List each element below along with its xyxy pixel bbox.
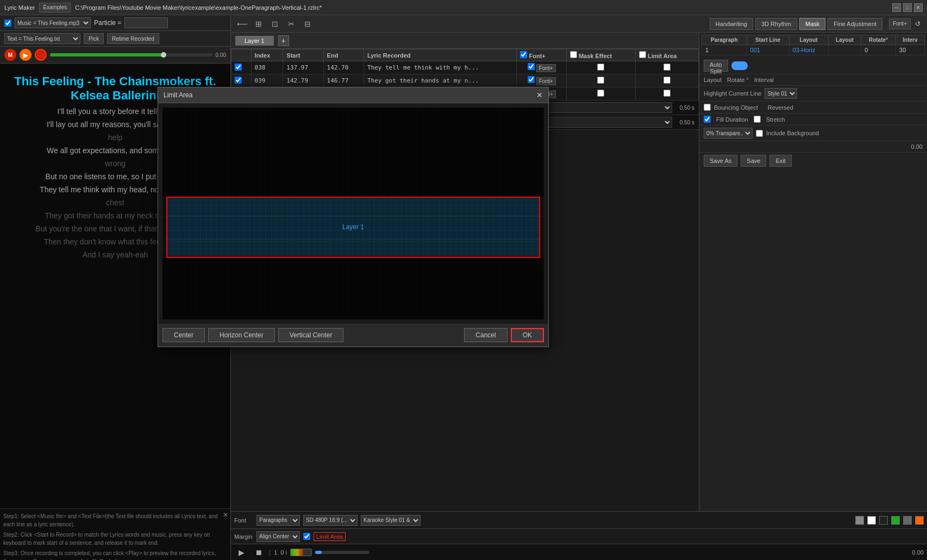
text-file-row: Text = This Feeling.txt Pick Retime Reco…	[0, 31, 230, 47]
row1-check[interactable]	[235, 77, 242, 84]
music-select[interactable]: Music = This Feeling.mp3	[15, 17, 91, 28]
position-bar[interactable]	[315, 551, 369, 554]
fill-check[interactable]	[704, 116, 711, 123]
save-as-btn[interactable]: Save As	[704, 155, 737, 167]
center-btn[interactable]: Center	[162, 328, 205, 342]
stretch-label: Stretch	[766, 116, 785, 123]
color-dark[interactable]	[879, 516, 888, 525]
save-btn[interactable]: Save	[741, 155, 766, 167]
bg-check[interactable]	[756, 130, 763, 137]
paragraph-row[interactable]: 1 001 03-Horiz 0 30	[702, 45, 925, 55]
row0-mask[interactable]	[597, 64, 604, 71]
color-green[interactable]	[891, 516, 900, 525]
transport-play[interactable]: ▶	[234, 545, 248, 559]
toggle-indicator[interactable]	[731, 61, 748, 70]
row1-mask[interactable]	[597, 77, 604, 84]
row0-limit[interactable]	[663, 64, 671, 71]
mask-header-check[interactable]	[570, 51, 577, 58]
row0-end: 142.70	[323, 61, 364, 74]
col-end: End	[323, 49, 364, 61]
row0-font[interactable]	[528, 63, 535, 70]
rhythm3d-btn[interactable]: 3D Rhythm	[755, 18, 797, 30]
cancel-btn[interactable]: Cancel	[464, 328, 507, 342]
row1-limit[interactable]	[663, 77, 671, 84]
undo-btn[interactable]: ↺	[913, 19, 923, 29]
row0-check[interactable]	[235, 64, 242, 71]
modal-close-btn[interactable]: ✕	[536, 91, 543, 99]
row0-font-btn[interactable]: Font+	[536, 64, 556, 72]
m-button[interactable]: M	[4, 49, 16, 61]
row1-font-btn[interactable]: Font+	[536, 77, 556, 85]
modal-canvas[interactable]: Layer 1	[162, 108, 544, 319]
margin-bar: Margin Align Center Limit Area	[231, 528, 927, 544]
highlight-row: Highlight Current Line Style 01	[699, 86, 927, 102]
table-row[interactable]: 038 137.97 142.70 They tell me think wit…	[231, 61, 699, 74]
mask-btn[interactable]: Mask	[799, 18, 825, 30]
ph-layout2: Layout	[828, 35, 861, 45]
font-header-check[interactable]	[520, 51, 527, 58]
row2-limit[interactable]	[663, 90, 671, 97]
ok-btn[interactable]: OK	[511, 328, 544, 342]
maximize-btn[interactable]: □	[903, 3, 912, 12]
transport-stop[interactable]: ⏹	[252, 545, 266, 559]
progress-bar[interactable]	[50, 53, 212, 56]
interval-label: Interval	[754, 77, 774, 83]
table-row[interactable]: 039 142.79 146.77 They got their hands a…	[231, 74, 699, 87]
transparency-select[interactable]: 0% Transpare...	[704, 128, 753, 139]
dashed-line-bottom	[167, 239, 539, 240]
align-select[interactable]: Align Center	[256, 531, 300, 542]
col-font: Font+	[517, 49, 566, 61]
color-mid[interactable]	[903, 516, 912, 525]
stop-button[interactable]	[35, 49, 47, 61]
color-orange[interactable]	[915, 516, 924, 525]
examples-tab[interactable]: Examples	[39, 3, 71, 12]
add-layer-btn[interactable]: +	[278, 35, 289, 46]
modal-right-buttons: Cancel OK	[464, 328, 544, 342]
row1-font[interactable]	[528, 76, 535, 83]
row0-start: 137.97	[283, 61, 323, 74]
auto-split-btn[interactable]: Auto Split	[704, 60, 728, 72]
close-tip-btn[interactable]: ✕	[223, 511, 228, 519]
paragraphs-select[interactable]: Paragraphs	[256, 515, 300, 526]
col-mask: Mask Effect	[566, 49, 635, 61]
save-row: Save As Save Exit	[699, 153, 927, 169]
music-checkbox[interactable]	[4, 20, 11, 27]
color-white[interactable]	[867, 516, 876, 525]
row1-index: 039	[251, 74, 283, 87]
fine-adjustment-btn[interactable]: Fine Adjustment	[828, 18, 882, 30]
transport-sep: |	[269, 549, 271, 556]
bouncing-check[interactable]	[704, 104, 711, 111]
limit-area-check[interactable]	[303, 533, 310, 540]
color-gray[interactable]	[855, 516, 864, 525]
karaoke-select[interactable]: Karaoke Style 01 & 01	[361, 515, 421, 526]
icon-scissors[interactable]: ✂	[284, 17, 298, 31]
layer1-label: Layer 1	[342, 223, 364, 231]
row2-mask[interactable]	[597, 90, 604, 97]
row1-lyric: They got their hands at my n...	[364, 74, 517, 87]
selection-box[interactable]: Layer 1	[166, 197, 540, 258]
vertical-center-btn[interactable]: Vertical Center	[278, 328, 344, 342]
pick-btn[interactable]: Pick	[84, 33, 104, 44]
ph-interv: Interv	[895, 35, 924, 45]
text-select[interactable]: Text = This Feeling.txt	[4, 33, 80, 44]
retime-btn[interactable]: Retime Recorded	[107, 33, 159, 44]
style-select[interactable]: Style 01	[765, 88, 797, 99]
layer1-tab[interactable]: Layer 1	[235, 36, 274, 46]
bottom-time: 0.00	[912, 549, 924, 556]
minimize-btn[interactable]: —	[892, 3, 901, 12]
particle-input[interactable]	[124, 17, 168, 28]
layout-row: Layout Rotate ° Interval	[699, 74, 927, 86]
stretch-check[interactable]	[754, 116, 761, 123]
resolution-select[interactable]: SD 480P 16:9 (...	[303, 515, 358, 526]
play-button[interactable]: ▶	[20, 49, 32, 61]
exit-btn[interactable]: Exit	[769, 155, 791, 167]
horizon-center-btn[interactable]: Horizon Center	[208, 328, 275, 342]
icon-paste[interactable]: ⊡	[268, 17, 282, 31]
icon-link[interactable]: ⊟	[300, 17, 315, 31]
limit-header-check[interactable]	[639, 51, 646, 58]
icon-copy[interactable]: ⊞	[252, 17, 266, 31]
handwriting-btn[interactable]: Handwriting	[710, 18, 753, 30]
icon-back[interactable]: ⟵	[235, 17, 249, 31]
close-btn[interactable]: ✕	[914, 3, 923, 12]
font-plus-btn[interactable]: Font+	[889, 18, 911, 29]
